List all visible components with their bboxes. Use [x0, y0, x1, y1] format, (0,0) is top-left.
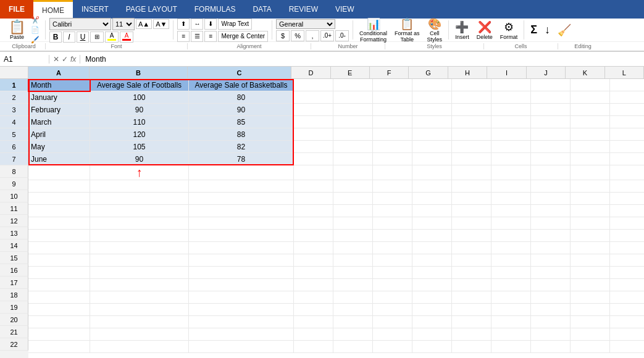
cell-k9[interactable]: [571, 180, 610, 193]
row-header-10[interactable]: 10: [0, 190, 28, 202]
cell-j19[interactable]: [531, 304, 571, 316]
cell-h9[interactable]: [452, 180, 491, 193]
cell-f19[interactable]: [373, 304, 412, 316]
cell-b22[interactable]: [90, 341, 189, 353]
row-header-8[interactable]: 8: [0, 165, 28, 178]
cell-a8[interactable]: [28, 165, 90, 180]
cell-c3[interactable]: 90: [189, 104, 294, 116]
cell-c9[interactable]: [189, 180, 294, 193]
sum-button[interactable]: Σ: [528, 22, 540, 38]
cell-a1[interactable]: Month: [28, 79, 90, 91]
cell-c1[interactable]: Average Sale of Basketballs: [189, 79, 294, 91]
font-family-select[interactable]: Calibri: [49, 18, 111, 30]
row-header-11[interactable]: 11: [0, 202, 28, 215]
cell-h18[interactable]: [452, 291, 491, 304]
cell-g18[interactable]: [412, 291, 452, 304]
cell-h6[interactable]: [452, 141, 491, 153]
cell-b17[interactable]: [90, 279, 189, 291]
cell-f5[interactable]: [373, 128, 412, 141]
cell-e8[interactable]: [333, 165, 373, 180]
cell-h22[interactable]: [452, 341, 491, 353]
cell-l5[interactable]: [610, 128, 644, 141]
cell-c4[interactable]: 85: [189, 116, 294, 128]
cell-f11[interactable]: [373, 205, 412, 217]
cell-h11[interactable]: [452, 205, 491, 217]
row-header-12[interactable]: 12: [0, 215, 28, 227]
cell-e9[interactable]: [333, 180, 373, 193]
cell-g13[interactable]: [412, 230, 452, 242]
cell-b15[interactable]: [90, 254, 189, 267]
cell-l22[interactable]: [610, 341, 644, 353]
tab-page-layout[interactable]: PAGE LAYOUT: [117, 0, 186, 19]
cell-g14[interactable]: [412, 242, 452, 254]
cell-d17[interactable]: [294, 279, 333, 291]
cell-e15[interactable]: [333, 254, 373, 267]
copy-button[interactable]: 📄: [29, 25, 41, 35]
font-size-select[interactable]: 11: [112, 18, 135, 30]
cell-d5[interactable]: [294, 128, 333, 141]
cell-i7[interactable]: [491, 153, 531, 165]
cell-l14[interactable]: [610, 242, 644, 254]
italic-button[interactable]: I: [63, 31, 75, 43]
cell-k21[interactable]: [571, 328, 610, 341]
cell-e5[interactable]: [333, 128, 373, 141]
cell-b14[interactable]: [90, 242, 189, 254]
cell-l15[interactable]: [610, 254, 644, 267]
file-tab[interactable]: FILE: [0, 0, 33, 19]
cell-j8[interactable]: [531, 165, 571, 180]
col-header-b[interactable]: B: [90, 67, 188, 78]
cell-d12[interactable]: [294, 217, 333, 230]
row-header-19[interactable]: 19: [0, 301, 28, 314]
cell-j22[interactable]: [531, 341, 571, 353]
row-header-20[interactable]: 20: [0, 314, 28, 326]
cell-d6[interactable]: [294, 141, 333, 153]
currency-button[interactable]: $: [276, 30, 290, 41]
cell-b6[interactable]: 105: [90, 141, 189, 153]
cell-i17[interactable]: [491, 279, 531, 291]
cell-i1[interactable]: [491, 79, 531, 91]
cell-c22[interactable]: [189, 341, 294, 353]
cell-i21[interactable]: [491, 328, 531, 341]
cell-f15[interactable]: [373, 254, 412, 267]
cell-k6[interactable]: [571, 141, 610, 153]
cell-i14[interactable]: [491, 242, 531, 254]
cell-f14[interactable]: [373, 242, 412, 254]
cell-l10[interactable]: [610, 193, 644, 205]
cell-e3[interactable]: [333, 104, 373, 116]
cell-l11[interactable]: [610, 205, 644, 217]
tab-review[interactable]: REVIEW: [280, 0, 327, 19]
cell-j9[interactable]: [531, 180, 571, 193]
cell-h20[interactable]: [452, 316, 491, 328]
cell-l9[interactable]: [610, 180, 644, 193]
font-color-button[interactable]: A: [120, 31, 133, 43]
cell-h2[interactable]: [452, 91, 491, 104]
cell-d10[interactable]: [294, 193, 333, 205]
cell-l7[interactable]: [610, 153, 644, 165]
cell-e18[interactable]: [333, 291, 373, 304]
cell-d8[interactable]: [294, 165, 333, 180]
cell-i8[interactable]: [491, 165, 531, 180]
cell-j20[interactable]: [531, 316, 571, 328]
cell-l17[interactable]: [610, 279, 644, 291]
cell-l16[interactable]: [610, 267, 644, 279]
cell-k2[interactable]: [571, 91, 610, 104]
align-top-button[interactable]: ⬆: [177, 19, 190, 30]
cell-b9[interactable]: [90, 180, 189, 193]
cell-a3[interactable]: February: [28, 104, 90, 116]
cell-e13[interactable]: [333, 230, 373, 242]
cell-j3[interactable]: [531, 104, 571, 116]
cell-g6[interactable]: [412, 141, 452, 153]
clear-button[interactable]: 🧹: [555, 22, 574, 38]
cell-d13[interactable]: [294, 230, 333, 242]
col-header-l[interactable]: L: [605, 67, 644, 78]
cell-k4[interactable]: [571, 116, 610, 128]
cell-g7[interactable]: [412, 153, 452, 165]
cell-f21[interactable]: [373, 328, 412, 341]
cell-d14[interactable]: [294, 242, 333, 254]
cell-c8[interactable]: [189, 165, 294, 180]
delete-button[interactable]: ❌ Delete: [474, 19, 495, 41]
cell-a13[interactable]: [28, 230, 90, 242]
cell-a2[interactable]: January: [28, 91, 90, 104]
cell-e17[interactable]: [333, 279, 373, 291]
cell-a17[interactable]: [28, 279, 90, 291]
